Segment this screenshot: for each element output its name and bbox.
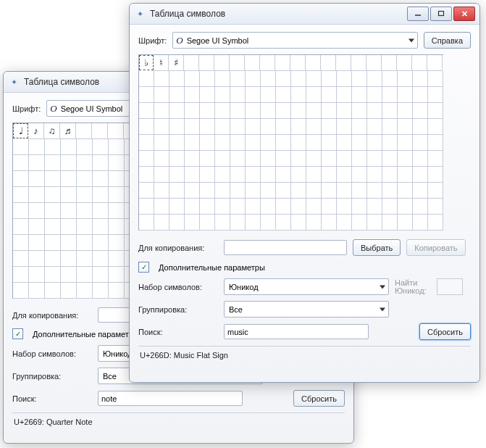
select-button[interactable]: Выбрать xyxy=(353,239,401,256)
grid-cell[interactable] xyxy=(185,87,200,103)
grid-cell[interactable] xyxy=(200,167,215,183)
grid-cell[interactable] xyxy=(367,167,382,183)
grid-cell[interactable] xyxy=(92,123,108,139)
grid-cell[interactable] xyxy=(261,183,276,199)
advanced-checkbox[interactable]: ✓ xyxy=(138,262,149,273)
grid-cell[interactable] xyxy=(185,215,200,231)
grid-cell[interactable] xyxy=(109,283,125,299)
grid-cell[interactable] xyxy=(367,199,382,215)
grid-cell[interactable] xyxy=(109,139,125,155)
grid-cell[interactable] xyxy=(246,71,261,87)
grid-cell[interactable] xyxy=(13,139,29,155)
grid-cell[interactable] xyxy=(93,251,109,267)
grid-cell[interactable] xyxy=(200,135,215,151)
grid-cell[interactable] xyxy=(93,235,109,251)
grid-cell[interactable] xyxy=(382,135,398,151)
grid-cell[interactable] xyxy=(230,119,246,135)
grid-cell[interactable] xyxy=(276,119,291,135)
grid-cell[interactable] xyxy=(382,71,398,87)
grid-cell[interactable] xyxy=(230,103,246,119)
grid-cell[interactable] xyxy=(215,151,230,167)
grid-cell[interactable] xyxy=(276,183,291,199)
grid-cell[interactable] xyxy=(306,87,322,103)
grid-cell[interactable] xyxy=(306,119,322,135)
grid-cell[interactable] xyxy=(154,151,169,167)
grid-cell[interactable] xyxy=(185,119,200,135)
grid-cell[interactable] xyxy=(93,267,109,283)
grid-cell[interactable] xyxy=(352,151,367,167)
grid-cell[interactable] xyxy=(322,119,337,135)
grid-cell[interactable] xyxy=(322,87,337,103)
grid-cell[interactable]: ♪ xyxy=(28,123,44,139)
grid-cell[interactable] xyxy=(398,151,413,167)
grid-cell[interactable] xyxy=(139,135,154,151)
grid-cell[interactable] xyxy=(13,235,29,251)
grid-cell[interactable] xyxy=(45,187,61,203)
font-dropdown[interactable]: O Segoe UI Symbol xyxy=(172,32,418,49)
grid-cell[interactable] xyxy=(291,87,306,103)
grid-cell[interactable] xyxy=(261,71,276,87)
grid-cell[interactable] xyxy=(398,199,413,215)
grid-cell[interactable] xyxy=(169,87,185,103)
grid-cell[interactable] xyxy=(397,55,412,71)
grid-cell[interactable] xyxy=(352,167,367,183)
find-unicode-input[interactable] xyxy=(437,278,463,295)
titlebar[interactable]: ✦ Таблица символов ✕ xyxy=(130,4,479,25)
grid-cell[interactable] xyxy=(398,71,413,87)
grid-cell[interactable] xyxy=(306,215,322,231)
grid-cell[interactable] xyxy=(154,199,169,215)
grid-cell[interactable] xyxy=(13,155,29,171)
grid-cell[interactable] xyxy=(276,167,291,183)
grid-cell[interactable] xyxy=(261,199,276,215)
grid-cell[interactable] xyxy=(352,87,367,103)
grid-cell[interactable] xyxy=(428,215,443,231)
grid-cell[interactable] xyxy=(61,187,77,203)
grid-cell[interactable] xyxy=(382,119,398,135)
grid-cell[interactable] xyxy=(351,55,366,71)
grid-cell[interactable] xyxy=(154,87,169,103)
grid-cell[interactable] xyxy=(291,215,306,231)
grid-cell[interactable] xyxy=(200,183,215,199)
grid-cell[interactable] xyxy=(352,71,367,87)
grid-cell[interactable] xyxy=(154,71,169,87)
grid-cell[interactable] xyxy=(306,103,322,119)
minimize-button[interactable] xyxy=(407,7,429,21)
grid-cell[interactable] xyxy=(306,199,322,215)
grid-cell[interactable] xyxy=(398,103,413,119)
grid-cell[interactable] xyxy=(412,55,427,71)
grid-cell[interactable] xyxy=(169,215,185,231)
grid-cell[interactable] xyxy=(291,199,306,215)
grid-cell[interactable] xyxy=(45,155,61,171)
grid-cell[interactable] xyxy=(29,267,45,283)
grid-cell[interactable] xyxy=(322,71,337,87)
grid-cell[interactable] xyxy=(382,55,397,71)
grid-cell[interactable] xyxy=(428,151,443,167)
grid-cell[interactable] xyxy=(154,183,169,199)
grid-cell[interactable] xyxy=(413,87,428,103)
group-dropdown[interactable]: Все xyxy=(224,301,389,318)
grid-cell[interactable] xyxy=(382,215,398,231)
grid-cell[interactable] xyxy=(337,71,352,87)
grid-cell[interactable] xyxy=(413,167,428,183)
grid-cell[interactable] xyxy=(367,103,382,119)
grid-cell[interactable] xyxy=(398,167,413,183)
grid-cell[interactable] xyxy=(413,119,428,135)
grid-cell[interactable]: ♭ xyxy=(139,55,154,70)
grid-cell[interactable] xyxy=(276,71,291,87)
grid-cell[interactable] xyxy=(367,151,382,167)
grid-cell[interactable] xyxy=(215,71,230,87)
grid-cell[interactable] xyxy=(77,283,93,299)
grid-cell[interactable] xyxy=(428,199,443,215)
grid-cell[interactable] xyxy=(199,55,214,71)
grid-cell[interactable] xyxy=(200,87,215,103)
grid-cell[interactable] xyxy=(29,219,45,235)
grid-cell[interactable] xyxy=(337,199,352,215)
grid-cell[interactable] xyxy=(367,183,382,199)
grid-cell[interactable] xyxy=(13,219,29,235)
grid-cell[interactable] xyxy=(169,199,185,215)
grid-cell[interactable] xyxy=(185,199,200,215)
grid-cell[interactable] xyxy=(291,135,306,151)
grid-cell[interactable] xyxy=(290,55,306,71)
grid-cell[interactable] xyxy=(291,183,306,199)
grid-cell[interactable] xyxy=(169,119,185,135)
